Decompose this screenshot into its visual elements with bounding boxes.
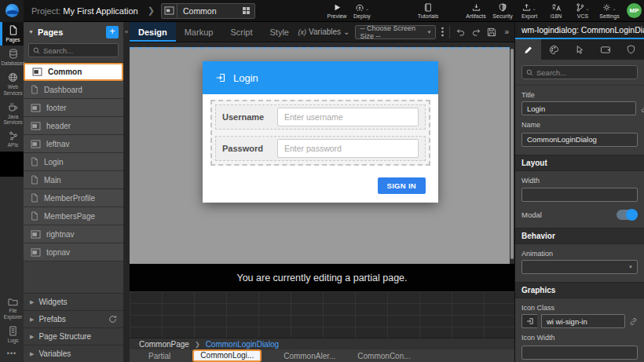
password-input[interactable] xyxy=(277,139,419,158)
canvas-surface[interactable]: Login Username Password SIGN IN xyxy=(130,47,510,264)
settings-label: Settings xyxy=(599,13,619,19)
collapse-panel-icon[interactable]: « xyxy=(123,22,130,35)
username-input[interactable] xyxy=(277,108,419,126)
tab-partial[interactable]: Partial xyxy=(148,352,170,360)
section-page-structure[interactable]: ▶ Page Structure xyxy=(24,327,123,345)
caret-down-icon[interactable]: ▼ xyxy=(28,29,34,35)
tab-device[interactable] xyxy=(592,39,618,60)
password-row[interactable]: Password xyxy=(215,136,426,161)
save-icon[interactable] xyxy=(487,27,496,37)
icon-width-input[interactable] xyxy=(521,346,638,360)
tab-security[interactable] xyxy=(618,39,644,60)
book-icon xyxy=(424,3,432,12)
breadcrumb-current[interactable]: CommonLoginDialog xyxy=(206,340,279,349)
kebab-menu-icon[interactable] xyxy=(441,27,444,37)
inspector-body: Title Name Layout Width Modal Behavior A… xyxy=(515,60,644,362)
add-page-button[interactable]: + xyxy=(106,26,119,38)
redo-icon[interactable] xyxy=(471,27,481,36)
partial-icon xyxy=(31,122,41,130)
user-avatar[interactable]: MP xyxy=(627,3,642,18)
variables-dropdown[interactable]: (x) Variables ⌄ xyxy=(298,27,350,36)
pages-search-box[interactable] xyxy=(28,43,119,57)
tab-common-confirm-dialog[interactable]: CommonCon... xyxy=(357,352,410,360)
tab-events[interactable] xyxy=(567,39,593,60)
page-item-common[interactable]: Common xyxy=(24,63,123,81)
page-selector-dropdown[interactable]: Common xyxy=(161,3,255,19)
page-item-login[interactable]: Login xyxy=(24,153,123,171)
tab-style[interactable]: Style xyxy=(262,22,298,42)
breadcrumb-parent[interactable]: CommonPage xyxy=(139,340,189,349)
chevron-down-icon: ⌄ xyxy=(343,27,349,36)
palette-icon xyxy=(549,45,559,55)
rail-item-apis[interactable]: APIs xyxy=(0,128,24,151)
rail-item-logs[interactable]: Logs xyxy=(0,323,24,346)
page-item-leftnav[interactable]: leftnav xyxy=(24,135,123,153)
tab-common-alert-dialog[interactable]: CommonAler... xyxy=(284,352,335,360)
animation-select[interactable]: ▼ xyxy=(521,260,638,274)
preview-button[interactable]: Preview xyxy=(324,0,349,22)
expand-panel-icon[interactable]: » xyxy=(502,27,511,36)
tab-script[interactable]: Script xyxy=(221,22,261,42)
caret-right-icon: ▶ xyxy=(30,299,34,305)
username-row[interactable]: Username xyxy=(215,104,426,130)
page-item-dashboard[interactable]: Dashboard xyxy=(24,81,123,99)
section-variables[interactable]: ▶ Variables xyxy=(24,345,123,362)
pencil-icon xyxy=(523,45,532,54)
page-item-memberprofile[interactable]: MemberProfile xyxy=(24,189,123,207)
page-item-footer[interactable]: footer xyxy=(24,99,123,117)
section-widgets[interactable]: ▶ Widgets xyxy=(24,293,123,310)
rail-item-databases[interactable]: Databases xyxy=(0,46,24,69)
chevron-right-icon: ❯ xyxy=(195,341,200,348)
artifacts-button[interactable]: Artifacts xyxy=(463,0,488,22)
breadcrumb: CommonPage ❯ CommonLoginDialog xyxy=(130,338,514,349)
title-field-input[interactable] xyxy=(521,101,636,115)
dialog-header[interactable]: Login xyxy=(203,61,438,94)
canvas-scrollbar[interactable] xyxy=(510,49,514,259)
i18n-button[interactable]: i18N xyxy=(543,0,569,22)
app-logo[interactable] xyxy=(0,0,24,22)
sign-in-button[interactable]: SIGN IN xyxy=(378,177,426,194)
page-item-topnav[interactable]: topnav xyxy=(24,243,123,261)
page-item-rightnav[interactable]: rightnav xyxy=(24,225,123,243)
undo-icon[interactable] xyxy=(456,27,466,36)
icon-class-input[interactable] xyxy=(541,314,625,328)
section-prefabs[interactable]: ▶ Prefabs xyxy=(24,310,123,327)
page-icon xyxy=(31,157,38,166)
rail-item-web-services[interactable]: Web Services xyxy=(0,69,24,98)
settings-button[interactable]: ⌄ Settings xyxy=(597,0,622,22)
modal-toggle[interactable] xyxy=(617,210,638,220)
page-item-main[interactable]: Main xyxy=(24,171,123,189)
bind-link-icon[interactable] xyxy=(640,104,644,113)
grid-view-icon[interactable] xyxy=(239,6,254,15)
tab-design[interactable]: Design xyxy=(130,22,176,42)
section-behavior: Behavior xyxy=(515,228,644,244)
page-icon xyxy=(31,175,38,185)
security-button[interactable]: Security xyxy=(490,0,515,22)
page-item-memberspage[interactable]: MembersPage xyxy=(24,207,123,225)
properties-search-input[interactable] xyxy=(536,68,633,77)
tab-markup[interactable]: Markup xyxy=(176,22,222,42)
rail-item-pages[interactable]: Pages xyxy=(0,22,24,46)
properties-search-box[interactable] xyxy=(521,65,638,79)
refresh-icon[interactable] xyxy=(108,315,117,324)
form-container[interactable]: Username Password xyxy=(210,100,430,166)
bind-link-icon[interactable] xyxy=(629,317,638,326)
rail-item-file-explorer[interactable]: File Explorer xyxy=(0,294,24,322)
pages-search-input[interactable] xyxy=(43,46,114,55)
more-options-icon[interactable]: ••• xyxy=(0,346,24,362)
screen-size-select[interactable]: -- Choose Screen Size -- ▼ xyxy=(355,25,436,39)
tab-styles[interactable] xyxy=(541,39,567,60)
tab-properties[interactable] xyxy=(515,39,541,60)
page-item-header[interactable]: header xyxy=(24,117,123,135)
rail-item-java-services[interactable]: Java Services xyxy=(0,99,24,128)
tab-common-login-dialog[interactable]: CommonLogi... xyxy=(192,349,262,362)
name-field-input[interactable] xyxy=(521,133,638,147)
vcs-button[interactable]: ⌄ VCS xyxy=(570,0,595,22)
export-button[interactable]: ⌄ Export xyxy=(517,0,542,22)
deploy-button[interactable]: ⌄ Deploy xyxy=(349,0,375,22)
wavemaker-logo-icon xyxy=(5,4,19,17)
login-dialog[interactable]: Login Username Password SIGN IN xyxy=(203,61,438,203)
page-item-label: header xyxy=(46,122,71,130)
tutorials-button[interactable]: Tutorials xyxy=(415,0,441,22)
width-field-input[interactable] xyxy=(521,188,638,202)
